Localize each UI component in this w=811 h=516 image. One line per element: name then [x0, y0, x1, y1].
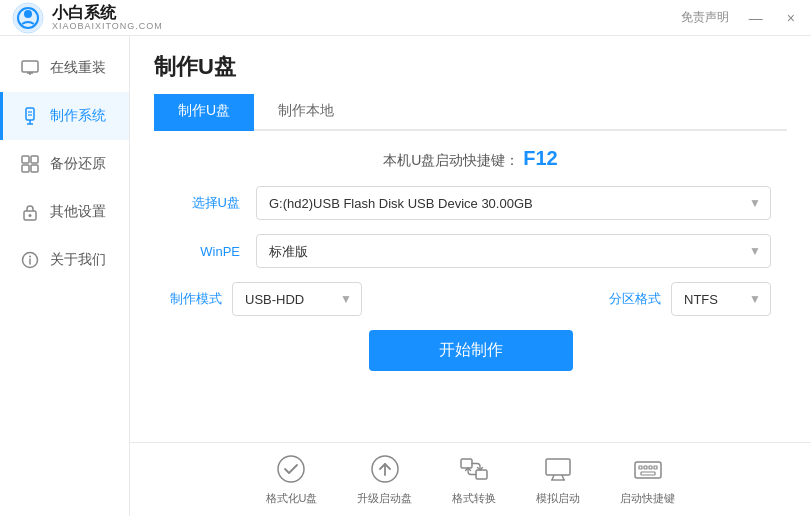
- main-layout: 在线重装 制作系统: [0, 36, 811, 516]
- tool-label-simulate-boot: 模拟启动: [536, 491, 580, 506]
- winpe-select-wrap: 标准版 ▼: [256, 234, 771, 268]
- usb-icon: [20, 106, 40, 126]
- svg-rect-23: [461, 459, 472, 468]
- mode-select[interactable]: USB-HDD: [232, 282, 362, 316]
- disclaimer-link[interactable]: 免责声明: [681, 9, 729, 26]
- svg-point-21: [278, 456, 304, 482]
- hotkey-value: F12: [523, 147, 557, 169]
- mode-partition-row: 制作模式 USB-HDD ▼ 分区格式 NTFS ▼: [170, 282, 771, 316]
- titlebar: 小白系统 XIAOBAIXITONG.COM 免责声明 — ×: [0, 0, 811, 36]
- tab-make-local[interactable]: 制作本地: [254, 94, 358, 131]
- svg-point-17: [29, 214, 32, 217]
- tab-content: 本机U盘启动快捷键： F12 选择U盘 G:(hd2)USB Flash Dis…: [130, 131, 811, 442]
- titlebar-controls: 免责声明 — ×: [681, 9, 799, 26]
- sidebar-label-online-reinstall: 在线重装: [50, 59, 106, 77]
- svg-rect-32: [649, 466, 652, 469]
- svg-rect-25: [546, 459, 570, 475]
- page-title: 制作U盘: [154, 52, 787, 82]
- mode-label: 制作模式: [170, 290, 222, 308]
- logo-icon: [12, 2, 44, 34]
- minimize-button[interactable]: —: [745, 11, 767, 25]
- sidebar-item-online-reinstall[interactable]: 在线重装: [0, 44, 129, 92]
- logo-title: 小白系统: [52, 5, 163, 21]
- tool-item-boot-shortcut[interactable]: 启动快捷键: [620, 451, 675, 506]
- tabs: 制作U盘 制作本地: [154, 94, 787, 131]
- svg-rect-4: [22, 61, 38, 72]
- tool-item-simulate-boot[interactable]: 模拟启动: [536, 451, 580, 506]
- bottom-toolbar: 格式化U盘 升级启动盘: [130, 442, 811, 516]
- tool-label-upgrade-boot: 升级启动盘: [357, 491, 412, 506]
- check-circle-icon: [273, 451, 309, 487]
- sidebar-label-other-settings: 其他设置: [50, 203, 106, 221]
- content-area: 制作U盘 制作U盘 制作本地 本机U盘启动快捷键： F12 选择U盘 G:(hd…: [130, 36, 811, 516]
- svg-rect-12: [22, 156, 29, 163]
- sidebar: 在线重装 制作系统: [0, 36, 130, 516]
- monitor-icon: [20, 58, 40, 78]
- lock-icon: [20, 202, 40, 222]
- svg-rect-13: [31, 156, 38, 163]
- usb-select-wrap: G:(hd2)USB Flash Disk USB Device 30.00GB…: [256, 186, 771, 220]
- convert-icon: [456, 451, 492, 487]
- winpe-label: WinPE: [170, 244, 240, 259]
- sidebar-item-make-system[interactable]: 制作系统: [0, 92, 129, 140]
- tool-label-format-convert: 格式转换: [452, 491, 496, 506]
- logo: 小白系统 XIAOBAIXITONG.COM: [12, 2, 163, 34]
- usb-label: 选择U盘: [170, 194, 240, 212]
- winpe-select-row: WinPE 标准版 ▼: [170, 234, 771, 268]
- sidebar-label-make-system: 制作系统: [50, 107, 106, 125]
- hotkey-prefix: 本机U盘启动快捷键：: [383, 152, 519, 168]
- usb-select-row: 选择U盘 G:(hd2)USB Flash Disk USB Device 30…: [170, 186, 771, 220]
- svg-point-2: [24, 10, 32, 18]
- sidebar-label-backup-restore: 备份还原: [50, 155, 106, 173]
- page-header: 制作U盘 制作U盘 制作本地: [130, 36, 811, 131]
- sidebar-label-about-us: 关于我们: [50, 251, 106, 269]
- tool-item-format-convert[interactable]: 格式转换: [452, 451, 496, 506]
- svg-rect-14: [22, 165, 29, 172]
- svg-rect-34: [641, 472, 655, 475]
- desktop-icon: [540, 451, 576, 487]
- grid-icon: [20, 154, 40, 174]
- svg-rect-15: [31, 165, 38, 172]
- close-button[interactable]: ×: [783, 11, 799, 25]
- tool-label-format-usb: 格式化U盘: [266, 491, 318, 506]
- svg-rect-29: [635, 462, 661, 478]
- svg-rect-31: [644, 466, 647, 469]
- winpe-select[interactable]: 标准版: [256, 234, 771, 268]
- start-button[interactable]: 开始制作: [369, 330, 573, 371]
- sidebar-item-about-us[interactable]: 关于我们: [0, 236, 129, 284]
- usb-select[interactable]: G:(hd2)USB Flash Disk USB Device 30.00GB: [256, 186, 771, 220]
- start-button-wrap: 开始制作: [170, 330, 771, 371]
- hotkey-line: 本机U盘启动快捷键： F12: [170, 147, 771, 170]
- svg-rect-7: [26, 108, 34, 120]
- svg-rect-24: [476, 470, 487, 479]
- svg-rect-30: [639, 466, 642, 469]
- tool-label-boot-shortcut: 启动快捷键: [620, 491, 675, 506]
- tool-item-upgrade-boot[interactable]: 升级启动盘: [357, 451, 412, 506]
- tab-make-usb[interactable]: 制作U盘: [154, 94, 254, 131]
- sidebar-item-other-settings[interactable]: 其他设置: [0, 188, 129, 236]
- partition-label: 分区格式: [609, 290, 661, 308]
- keyboard-icon: [630, 451, 666, 487]
- svg-rect-33: [654, 466, 657, 469]
- info-icon: [20, 250, 40, 270]
- logo-sub: XIAOBAIXITONG.COM: [52, 21, 163, 31]
- partition-select[interactable]: NTFS: [671, 282, 771, 316]
- sidebar-item-backup-restore[interactable]: 备份还原: [0, 140, 129, 188]
- svg-point-20: [29, 256, 31, 258]
- tool-item-format-usb[interactable]: 格式化U盘: [266, 451, 318, 506]
- arrow-up-circle-icon: [367, 451, 403, 487]
